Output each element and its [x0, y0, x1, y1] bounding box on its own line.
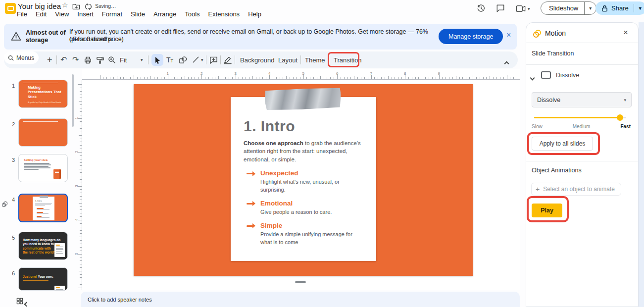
tape-graphic[interactable] — [264, 87, 342, 111]
select-tool-button[interactable] — [151, 54, 163, 66]
menu-arrange[interactable]: Arrange — [153, 10, 176, 18]
slide-bullets: UnexpectedHighlight what's new, unusual,… — [247, 169, 368, 252]
slide-thumbnail-4[interactable]: 1. Intro — [18, 194, 68, 222]
print-icon[interactable] — [84, 56, 92, 64]
panel-divider — [526, 64, 638, 65]
thumb3-title: Selling your idea — [24, 158, 48, 161]
grid-view-icon[interactable] — [16, 298, 23, 305]
transition-type-select[interactable]: Dissolve ▾ — [532, 92, 632, 107]
menu-edit[interactable]: Edit — [36, 10, 47, 18]
notes-resize-handle[interactable] — [295, 281, 306, 283]
meet-camera-icon[interactable] — [516, 5, 526, 12]
slide-transition-label: Slide Transition — [532, 50, 574, 57]
slide-thumbnail-1[interactable]: Making Presentations That Stick A guide … — [18, 80, 68, 108]
toolbar-search[interactable]: Menus — [4, 51, 39, 64]
slide-thumbnail-3[interactable]: Selling your idea — [18, 154, 68, 182]
paint-format-icon[interactable] — [96, 56, 104, 64]
slides-app-icon[interactable] — [5, 3, 16, 14]
slide-card[interactable]: 1. Intro Choose one approach to grab the… — [231, 97, 376, 261]
thumb1-subtitle: A guide by Chip Heath & Dan Heath — [28, 101, 61, 103]
slide-thumbnail-5[interactable]: How many languages do you need to know t… — [18, 232, 68, 260]
transition-applied-icon — [1, 201, 8, 207]
speed-slider[interactable] — [534, 117, 626, 118]
current-slide[interactable]: 1. Intro Choose one approach to grab the… — [134, 84, 473, 276]
slideshow-caret-icon[interactable]: ▾ — [585, 5, 596, 11]
filmstrip-scrollbar[interactable] — [72, 74, 74, 127]
menu-insert[interactable]: Insert — [77, 10, 94, 18]
line-icon[interactable] — [192, 56, 199, 63]
share-button[interactable]: Share ▾ — [595, 1, 644, 15]
panel-close-icon[interactable]: × — [623, 28, 628, 37]
star-icon[interactable]: ☆ — [62, 1, 68, 8]
transition-button[interactable]: Transition — [334, 51, 362, 68]
banner-close-icon[interactable]: × — [506, 31, 511, 40]
redo-button[interactable]: ↷ — [72, 51, 79, 68]
play-button[interactable]: Play — [532, 204, 562, 217]
comments-icon[interactable] — [496, 4, 505, 13]
thumb5-line1: How many languages do — [23, 238, 60, 242]
manage-storage-button[interactable]: Manage storage — [439, 29, 503, 44]
transition-collapse-button[interactable] — [531, 73, 534, 82]
bullet-desc: Provide a simple unifying message for wh… — [260, 231, 363, 247]
new-slide-button[interactable]: + — [47, 51, 52, 68]
slide-number: 5 — [7, 235, 15, 241]
banner-message-2: (personalized price) — [69, 36, 124, 43]
slide-lead-bold: Choose one approach — [244, 140, 303, 146]
menu-slide[interactable]: Slide — [131, 10, 145, 18]
line-caret-icon[interactable]: ▾ — [201, 51, 203, 68]
bullet-desc: Give people a reason to care. — [260, 208, 363, 216]
text-box-button[interactable]: TT — [166, 51, 173, 68]
ink-pen-icon[interactable] — [223, 56, 232, 64]
undo-button[interactable]: ↶ — [60, 51, 67, 68]
document-title[interactable]: Your big idea — [18, 2, 61, 10]
version-history-icon[interactable] — [477, 4, 486, 13]
toolbar: Menus + ↶ ↷ Fit ▾ TT ▾ Background Layout… — [4, 51, 518, 68]
slideshow-button[interactable]: Slideshow ▾ — [541, 1, 596, 15]
share-caret-icon[interactable]: ▾ — [634, 5, 644, 11]
toolbar-divider — [220, 55, 221, 64]
transition-slide-icon — [541, 71, 551, 79]
zoom-icon[interactable] — [108, 56, 116, 64]
select-object-to-animate[interactable]: + Select an object to animate — [531, 183, 621, 196]
menu-help[interactable]: Help — [248, 10, 261, 18]
menu-extensions[interactable]: Extensions — [208, 10, 240, 18]
bullet-row[interactable]: SimpleProvide a simple unifying message … — [247, 222, 368, 247]
filmstrip-collapse-button[interactable] — [25, 299, 28, 307]
toolbar-collapse-button[interactable] — [505, 58, 508, 67]
menu-format[interactable]: Format — [102, 10, 122, 18]
theme-button[interactable]: Theme — [305, 51, 325, 68]
bullet-row[interactable]: EmotionalGive people a reason to care. — [247, 200, 368, 216]
slideshow-label[interactable]: Slideshow — [541, 4, 584, 12]
transition-row-label: Dissolve — [556, 72, 579, 79]
chevron-left-icon — [24, 302, 29, 307]
zoom-caret-icon[interactable]: ▾ — [141, 51, 143, 68]
slider-handle[interactable] — [617, 114, 623, 121]
share-label[interactable]: Share — [608, 4, 634, 12]
zoom-select[interactable]: Fit — [120, 51, 127, 68]
arrow-bullet-icon — [247, 225, 253, 227]
speaker-notes[interactable]: Click to add speaker notes — [81, 292, 520, 307]
camera-caret-icon[interactable]: ▾ — [528, 6, 530, 11]
titlebar: Your big idea ☆ Saving… File Edit View I… — [0, 0, 520, 22]
arrow-bullet-icon — [247, 173, 253, 174]
menu-file[interactable]: File — [17, 10, 27, 18]
menu-tools[interactable]: Tools — [185, 10, 199, 18]
add-icon: + — [536, 185, 540, 193]
menu-view[interactable]: View — [55, 10, 69, 18]
slider-labels: Slow Medium Fast — [532, 124, 631, 129]
insert-comment-icon[interactable] — [209, 56, 218, 64]
background-button[interactable]: Background — [240, 51, 274, 68]
bullet-title: Simple — [260, 222, 363, 229]
layout-button[interactable]: Layout — [278, 51, 297, 68]
bullet-desc: Highlight what's new, unusual, or surpri… — [260, 178, 363, 194]
slide-heading[interactable]: 1. Intro — [244, 118, 295, 135]
slide-thumbnail-2[interactable] — [18, 118, 68, 147]
panel-divider — [526, 43, 638, 43]
apply-to-all-slides-button[interactable]: Apply to all slides — [532, 137, 593, 151]
bullet-row[interactable]: UnexpectedHighlight what's new, unusual,… — [247, 169, 368, 194]
move-folder-icon[interactable] — [72, 3, 80, 10]
shape-icon[interactable] — [179, 56, 187, 64]
slide-thumbnail-6[interactable]: Just one! Your own. — [18, 267, 68, 291]
slide-lead[interactable]: Choose one approach to grab the audience… — [244, 139, 372, 163]
thumb6-note-card — [54, 286, 65, 291]
